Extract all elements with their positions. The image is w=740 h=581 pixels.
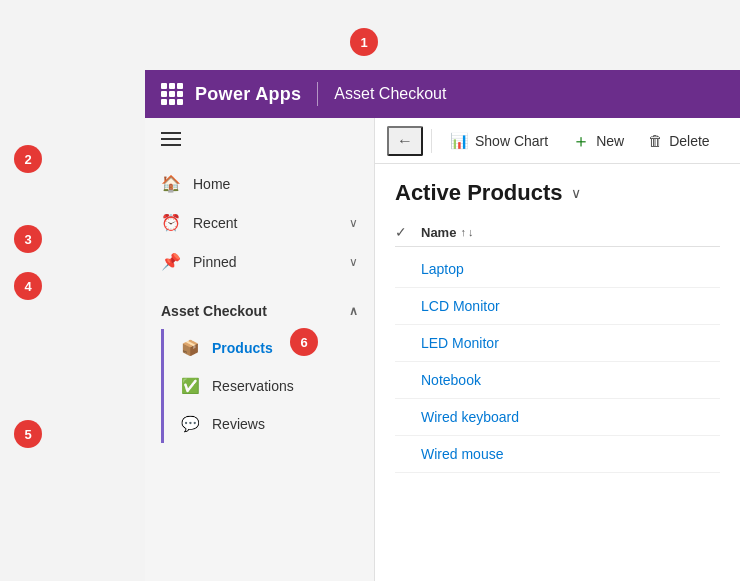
list-column-header: ✓ Name ↑ ↓ — [395, 220, 720, 247]
sidebar-home-label: Home — [193, 176, 358, 192]
item-name: Laptop — [395, 261, 464, 277]
home-icon: 🏠 — [161, 174, 181, 193]
name-column-header[interactable]: Name ↑ ↓ — [421, 225, 473, 240]
list-item[interactable]: LED Monitor — [395, 325, 720, 362]
header-bar: Power Apps Asset Checkout — [145, 70, 740, 118]
sidebar: 🏠 Home ⏰ Recent ∨ 📌 Pinned ∨ Asset Check… — [145, 118, 375, 581]
section-items: 📦 Products ✅ Reservations 💬 Reviews — [161, 329, 374, 443]
sidebar-top — [145, 118, 374, 160]
section-item-products-label: Products — [212, 340, 273, 356]
item-name: Wired mouse — [395, 446, 503, 462]
sidebar-section-asset-checkout: Asset Checkout ∧ 📦 Products ✅ Reservatio… — [145, 293, 374, 443]
item-name: Notebook — [395, 372, 481, 388]
section-item-reviews[interactable]: 💬 Reviews — [164, 405, 374, 443]
section-item-products[interactable]: 📦 Products — [164, 329, 374, 367]
show-chart-label: Show Chart — [475, 133, 548, 149]
new-button[interactable]: ＋ New — [562, 123, 634, 159]
plus-icon: ＋ — [572, 129, 590, 153]
item-name: LED Monitor — [395, 335, 499, 351]
sidebar-nav: 🏠 Home ⏰ Recent ∨ 📌 Pinned ∨ — [145, 160, 374, 285]
sidebar-item-pinned[interactable]: 📌 Pinned ∨ — [145, 242, 374, 281]
check-icon: ✓ — [395, 224, 415, 240]
delete-button[interactable]: 🗑 Delete — [638, 126, 719, 155]
header-divider — [317, 82, 318, 106]
header-page-title: Asset Checkout — [334, 85, 446, 103]
annotation-4: 4 — [14, 272, 42, 300]
section-chevron-icon: ∧ — [349, 304, 358, 318]
waffle-menu[interactable] — [161, 83, 183, 105]
reviews-icon: 💬 — [180, 415, 200, 433]
list-item[interactable]: Wired mouse — [395, 436, 720, 473]
main-content: ← 📊 Show Chart ＋ New 🗑 Delete Active Pro… — [375, 118, 740, 581]
list-item[interactable]: LCD Monitor — [395, 288, 720, 325]
sidebar-recent-label: Recent — [193, 215, 337, 231]
trash-icon: 🗑 — [648, 132, 663, 149]
view-title-text: Active Products — [395, 180, 563, 206]
section-item-reviews-label: Reviews — [212, 416, 265, 432]
delete-label: Delete — [669, 133, 709, 149]
sort-arrows: ↑ ↓ — [460, 226, 473, 238]
view-title-chevron-icon[interactable]: ∨ — [571, 185, 581, 201]
item-name: Wired keyboard — [395, 409, 519, 425]
annotation-5: 5 — [14, 420, 42, 448]
list-item[interactable]: Notebook — [395, 362, 720, 399]
view-title-row: Active Products ∨ — [395, 180, 720, 206]
list-item[interactable]: Laptop — [395, 251, 720, 288]
content-area: Active Products ∨ ✓ Name ↑ ↓ Laptop LCD … — [375, 164, 740, 581]
annotation-3: 3 — [14, 225, 42, 253]
hamburger-menu[interactable] — [157, 128, 185, 150]
show-chart-button[interactable]: 📊 Show Chart — [440, 126, 558, 156]
chart-icon: 📊 — [450, 132, 469, 150]
recent-icon: ⏰ — [161, 213, 181, 232]
pinned-chevron-icon: ∨ — [349, 255, 358, 269]
app-name: Power Apps — [195, 84, 301, 105]
section-item-reservations-label: Reservations — [212, 378, 294, 394]
annotation-1: 1 — [350, 28, 378, 56]
annotation-2: 2 — [14, 145, 42, 173]
toolbar: ← 📊 Show Chart ＋ New 🗑 Delete — [375, 118, 740, 164]
toolbar-divider — [431, 129, 432, 153]
new-label: New — [596, 133, 624, 149]
sidebar-pinned-label: Pinned — [193, 254, 337, 270]
annotation-6: 6 — [290, 328, 318, 356]
recent-chevron-icon: ∨ — [349, 216, 358, 230]
sidebar-item-home[interactable]: 🏠 Home — [145, 164, 374, 203]
reservations-icon: ✅ — [180, 377, 200, 395]
section-header-asset-checkout[interactable]: Asset Checkout ∧ — [145, 293, 374, 329]
pinned-icon: 📌 — [161, 252, 181, 271]
section-title: Asset Checkout — [161, 303, 341, 319]
section-item-reservations[interactable]: ✅ Reservations — [164, 367, 374, 405]
back-button[interactable]: ← — [387, 126, 423, 156]
products-icon: 📦 — [180, 339, 200, 357]
sidebar-item-recent[interactable]: ⏰ Recent ∨ — [145, 203, 374, 242]
list-item[interactable]: Wired keyboard — [395, 399, 720, 436]
item-name: LCD Monitor — [395, 298, 500, 314]
